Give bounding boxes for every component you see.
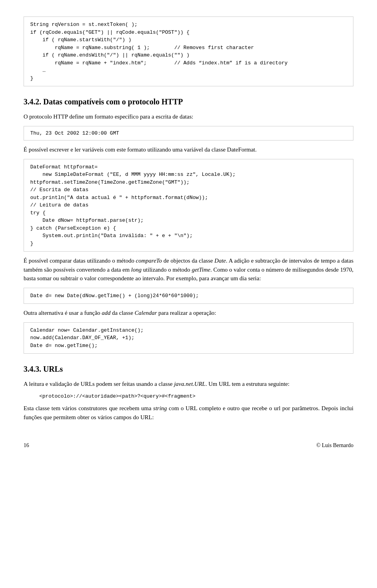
url-structure-example: <protocolo>://<autoridade><path>?<query>… [39, 393, 353, 400]
date-example-box: Thu, 23 Oct 2002 12:00:00 GMT [24, 126, 353, 141]
calendar-code-block: Calendar now= Calendar.getInstance(); no… [24, 322, 353, 354]
top-code-line-6: rqName = rqName + "index.htm"; // Adds “… [30, 60, 287, 66]
section-342-intro: O protocolo HTTP define um formato espec… [24, 112, 353, 121]
section-342-heading: 3.4.2. Datas compatíveis com o protocolo… [24, 96, 353, 108]
top-code-line-5: if ( rqName.endsWith("/") || rqName.equa… [30, 52, 190, 58]
long-type: long [131, 267, 142, 273]
add-method: add [102, 310, 111, 316]
author-copyright: © Luis Bernardo [316, 441, 353, 449]
section-342-para1: É possível escrever e ler variáveis com … [24, 145, 353, 154]
top-code-line-7: … [30, 68, 46, 73]
section-343-para1: A leitura e validação de URLs podem ser … [24, 380, 353, 389]
top-code-line-4: rqName = rqName.substring( 1 ); // Remov… [30, 45, 254, 51]
date-calc-code-block: Date d= new Date(dNow.getTime() + (long)… [24, 288, 353, 304]
top-code-line-8: } [30, 75, 33, 81]
dateformat-code-block: DateFormat httpformat= new SimpleDateFor… [24, 159, 353, 252]
top-code-block: String rqVersion = st.nextToken( ); if (… [24, 16, 353, 86]
section-343-para2: Esta classe tem vários construtores que … [24, 404, 353, 422]
section-342-para2: É possível comparar datas utilizando o m… [24, 256, 353, 283]
top-code-line-3: if ( rqName.startsWith("/") ) [30, 37, 131, 43]
gettime-method: getTime [192, 267, 210, 273]
top-code-line-1: String rqVersion = st.nextToken( ); [30, 22, 137, 27]
calendar-class: Calendar [135, 310, 157, 316]
compareto-method: compareTo [136, 257, 162, 264]
string-type: string [153, 405, 167, 411]
date-class: Date [214, 257, 226, 264]
page-number: 16 [24, 441, 29, 449]
section-342-para3: Outra alternativa é usar a função add da… [24, 309, 353, 318]
page-footer: 16 © Luis Bernardo [24, 437, 353, 449]
section-342: 3.4.2. Datas compatíveis com o protocolo… [24, 96, 353, 354]
java-net-url-class: java.net.URL [174, 381, 205, 387]
section-343: 3.4.3. URLs A leitura e validação de URL… [24, 363, 353, 422]
section-343-heading: 3.4.3. URLs [24, 363, 353, 375]
top-code-line-2: if (rqCode.equals("GET") || rqCode.equal… [30, 29, 190, 35]
